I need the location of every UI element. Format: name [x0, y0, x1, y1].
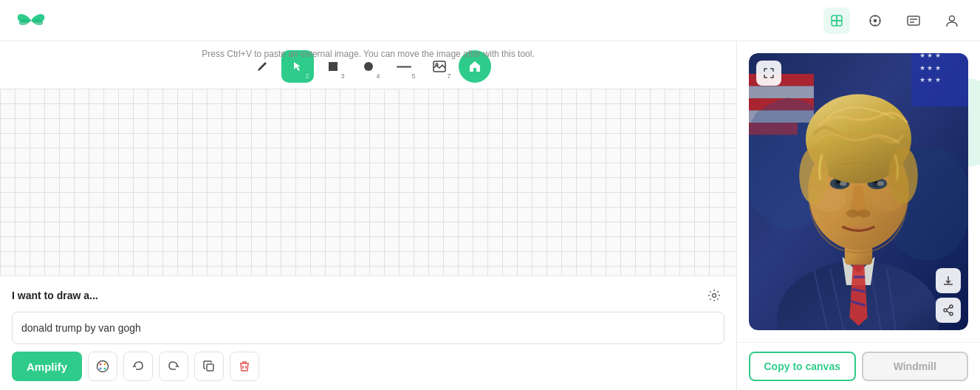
palette-icon — [96, 360, 109, 373]
copy-to-canvas-button[interactable]: Copy to canvas — [749, 352, 856, 381]
tool-number: 2 — [305, 72, 309, 80]
compass-icon — [868, 13, 883, 28]
add-button[interactable] — [823, 7, 850, 34]
tool-number-3: 3 — [340, 72, 344, 80]
prompt-actions: Amplify — [12, 352, 724, 381]
svg-point-21 — [104, 363, 106, 366]
user-icon — [945, 13, 959, 28]
redo-icon — [167, 360, 180, 373]
svg-point-23 — [100, 368, 102, 370]
svg-text:★ ★ ★: ★ ★ ★ — [919, 53, 941, 59]
svg-point-57 — [836, 180, 840, 183]
svg-point-12 — [950, 16, 955, 21]
settings-icon — [707, 289, 721, 302]
svg-point-67 — [950, 312, 953, 315]
svg-point-66 — [950, 305, 953, 308]
expand-icon — [763, 67, 775, 79]
main-layout: 2 3 4 5 — [0, 41, 980, 390]
prompt-input-row — [12, 312, 724, 344]
header — [0, 0, 980, 41]
svg-text:★ ★ ★: ★ ★ ★ — [919, 64, 941, 72]
tool-number-7: 7 — [447, 72, 450, 80]
svg-point-20 — [100, 363, 102, 366]
tool-number-5: 5 — [411, 72, 415, 80]
svg-point-60 — [877, 181, 884, 186]
download-icon — [942, 275, 954, 287]
share-icon — [942, 304, 954, 316]
undo-icon — [131, 360, 145, 373]
delete-button[interactable] — [230, 352, 259, 381]
prompt-label-row: I want to draw a... — [12, 285, 724, 306]
redo-button[interactable] — [159, 352, 188, 381]
chat-button[interactable] — [900, 7, 927, 34]
svg-rect-9 — [908, 16, 919, 25]
trash-icon — [239, 360, 250, 372]
svg-point-62 — [857, 210, 871, 218]
amplify-button[interactable]: Amplify — [12, 352, 82, 381]
canvas-area[interactable] — [0, 89, 736, 276]
logo — [15, 9, 47, 32]
share-button[interactable] — [936, 298, 961, 323]
settings-button[interactable] — [704, 285, 724, 306]
svg-line-69 — [947, 307, 950, 309]
prompt-panel: I want to draw a... Amplify — [0, 276, 736, 390]
copy-icon — [203, 360, 215, 372]
generated-image-wrap: ★ ★ ★ ★ ★ ★ ★ ★ ★ — [749, 53, 968, 330]
tool-number-4: 4 — [376, 72, 380, 80]
svg-point-22 — [104, 368, 106, 370]
svg-point-19 — [97, 361, 109, 372]
expand-button[interactable] — [756, 61, 781, 86]
svg-line-70 — [947, 311, 950, 313]
svg-point-65 — [888, 147, 918, 204]
palette-button[interactable] — [88, 352, 117, 381]
svg-rect-1 — [832, 20, 842, 21]
svg-point-4 — [874, 19, 877, 21]
user-button[interactable] — [939, 7, 965, 34]
copy-button[interactable] — [194, 352, 224, 381]
windmill-button[interactable]: Windmill — [862, 352, 969, 381]
right-bottom: Copy to canvas Windmill — [737, 342, 980, 390]
svg-point-64 — [799, 147, 829, 204]
canvas-panel: 2 3 4 5 — [0, 41, 736, 390]
prompt-input[interactable] — [12, 312, 724, 344]
logo-icon — [15, 9, 47, 32]
compass-button[interactable] — [862, 7, 888, 34]
svg-point-61 — [846, 210, 860, 218]
svg-rect-24 — [207, 364, 213, 371]
svg-rect-29 — [749, 86, 814, 99]
download-button[interactable] — [936, 268, 961, 293]
prompt-label: I want to draw a... — [12, 290, 98, 301]
undo-button[interactable] — [123, 352, 153, 381]
svg-text:★ ★ ★: ★ ★ ★ — [919, 76, 941, 83]
svg-point-68 — [944, 309, 947, 312]
add-icon — [829, 13, 844, 28]
canvas-hint: Press Ctrl+V to paste an external image.… — [0, 41, 736, 66]
chat-icon — [906, 13, 921, 28]
canvas-hint-text: Press Ctrl+V to paste an external image.… — [202, 49, 535, 59]
svg-point-18 — [713, 294, 716, 298]
right-panel: ★ ★ ★ ★ ★ ★ ★ ★ ★ — [736, 41, 980, 390]
header-icons — [823, 7, 965, 34]
